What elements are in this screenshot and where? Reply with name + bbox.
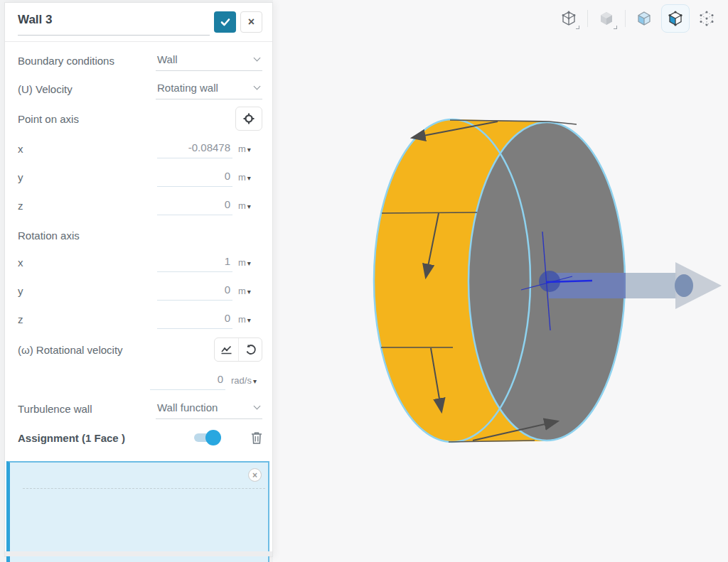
boundary-conditions-label: Boundary conditions (18, 55, 156, 67)
dropdown-corner-mark (576, 26, 579, 29)
boundary-conditions-value: Wall (157, 53, 255, 65)
axis-y-unit-select[interactable]: m (232, 286, 262, 296)
axis-x-input[interactable]: 1 (157, 252, 232, 272)
point-y-label: y (18, 171, 157, 183)
table-input-button[interactable] (215, 338, 238, 361)
simulation-app: Wall 3 × Boundary conditions Wall (U) Ve… (0, 0, 728, 562)
point-z-input[interactable]: 0 (157, 195, 232, 215)
velocity-label: (U) Velocity (18, 83, 156, 95)
divider (5, 41, 272, 42)
axis-z-label: z (18, 313, 157, 325)
toolbar-separator (625, 10, 626, 27)
axis-z-input[interactable]: 0 (157, 309, 232, 329)
rotation-axis-label: Rotation axis (18, 229, 262, 242)
view-cube-vertices-button[interactable] (692, 4, 721, 33)
chevron-down-icon (254, 403, 261, 410)
cube-face-selected-icon (667, 10, 684, 27)
cube-outline-icon (560, 10, 577, 27)
point-y-input[interactable]: 0 (157, 167, 232, 187)
chart-line-icon (220, 344, 232, 356)
check-icon (220, 16, 231, 28)
target-icon (242, 112, 255, 125)
confirm-button[interactable] (214, 11, 236, 33)
point-x-input[interactable]: -0.08478 (157, 139, 232, 158)
panel-bottom-strip (5, 551, 272, 556)
point-on-axis-label: Point on axis (18, 113, 235, 125)
view-mode-toolbar (555, 4, 721, 33)
delete-assignment-button[interactable] (251, 431, 262, 445)
boundary-condition-panel: Wall 3 × Boundary conditions Wall (U) Ve… (4, 2, 273, 557)
cube-solid-icon (598, 10, 615, 27)
pick-point-button[interactable] (235, 107, 262, 131)
selection-box-divider (23, 488, 265, 489)
view-cube-face-selected-button[interactable] (661, 4, 690, 33)
point-x-label: x (18, 143, 157, 155)
cube-shaded-icon (636, 10, 653, 27)
axis-x-unit-select[interactable]: m (232, 257, 262, 268)
point-z-unit-select[interactable]: m (232, 200, 262, 211)
trash-icon (251, 431, 262, 445)
view-cube-shaded-button[interactable] (630, 4, 658, 33)
axis-y-label: y (18, 285, 157, 297)
deselect-face-button[interactable]: × (248, 468, 262, 482)
boundary-conditions-select[interactable]: Wall (156, 50, 262, 71)
view-cube-outline-button[interactable] (555, 4, 583, 33)
axis-y-input[interactable]: 0 (157, 281, 232, 301)
chevron-down-icon (254, 55, 261, 62)
rotational-velocity-input[interactable]: 0 (150, 370, 225, 390)
dropdown-corner-mark (614, 26, 617, 29)
point-z-label: z (18, 200, 157, 212)
3d-viewport[interactable] (273, 0, 728, 562)
undo-icon (245, 344, 257, 356)
cancel-button[interactable]: × (240, 11, 262, 33)
velocity-select[interactable]: Rotating wall (156, 79, 262, 99)
toggle-knob (205, 430, 221, 445)
rotational-velocity-tools (214, 337, 262, 362)
point-x-unit-select[interactable]: m (232, 144, 262, 154)
assignment-label: Assignment (1 Face ) (18, 432, 194, 444)
turbulence-wall-select[interactable]: Wall function (156, 399, 262, 419)
assignment-selection-box[interactable]: × (6, 461, 269, 562)
axis-x-label: x (18, 256, 157, 269)
reset-button[interactable] (238, 338, 262, 361)
velocity-value: Rotating wall (157, 82, 255, 94)
assignment-toggle[interactable] (194, 433, 220, 442)
view-cube-solid-button[interactable] (592, 4, 621, 33)
name-input[interactable]: Wall 3 (18, 9, 210, 36)
chevron-down-icon (254, 83, 261, 90)
cube-vertices-icon (698, 10, 715, 27)
rotational-velocity-label: (ω) Rotational velocity (18, 344, 214, 356)
toolbar-separator (587, 10, 588, 27)
cylinder-scene (273, 0, 728, 562)
axis-z-unit-select[interactable]: m (232, 314, 262, 325)
turbulence-wall-value: Wall function (157, 401, 255, 414)
point-y-unit-select[interactable]: m (232, 172, 262, 183)
rotational-velocity-unit-select[interactable]: rad/s (225, 375, 262, 386)
turbulence-wall-label: Turbulence wall (18, 403, 156, 415)
